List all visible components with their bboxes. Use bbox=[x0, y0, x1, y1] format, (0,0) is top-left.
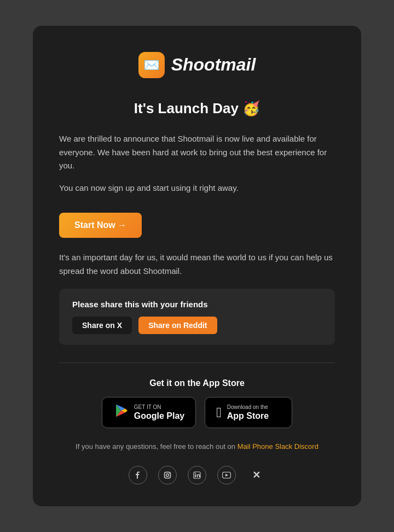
google-play-icon bbox=[113, 403, 129, 422]
svg-point-6 bbox=[195, 473, 196, 474]
youtube-icon[interactable] bbox=[217, 466, 236, 484]
share-x-button[interactable]: Share on X bbox=[72, 317, 132, 334]
google-play-text: GET IT ON Google Play bbox=[134, 404, 184, 421]
logo-icon: ✉️ bbox=[138, 52, 165, 78]
apple-store-sub: Download on the bbox=[227, 404, 268, 411]
share-buttons: Share on X Share on Reddit bbox=[72, 317, 322, 334]
apple-store-text: Download on the App Store bbox=[227, 404, 269, 421]
body-paragraph-3: It's an important day for us, it would m… bbox=[59, 251, 335, 278]
page-title: It's Launch Day 🥳 bbox=[59, 100, 335, 117]
app-store-title: Get it on the App Store bbox=[59, 378, 335, 388]
google-play-button[interactable]: GET IT ON Google Play bbox=[102, 397, 196, 428]
share-box: Please share this with your friends Shar… bbox=[59, 289, 335, 345]
start-now-button[interactable]: Start Now → bbox=[59, 213, 142, 238]
svg-point-2 bbox=[166, 474, 169, 477]
app-store-button[interactable]:  Download on the App Store bbox=[205, 397, 292, 428]
share-box-title: Please share this with your friends bbox=[72, 300, 322, 309]
facebook-icon[interactable] bbox=[129, 466, 147, 484]
apple-icon:  bbox=[216, 404, 222, 421]
google-play-sub: GET IT ON bbox=[134, 404, 161, 411]
app-name: Shootmail bbox=[171, 55, 256, 75]
x-icon[interactable]: ✕ bbox=[247, 466, 265, 484]
apple-store-main: App Store bbox=[227, 411, 269, 421]
app-store-buttons: GET IT ON Google Play  Download on the … bbox=[59, 397, 335, 428]
contact-discord-link[interactable]: Discord bbox=[294, 442, 318, 451]
contact-mail-link[interactable]: Mail bbox=[237, 442, 251, 451]
header: ✉️ Shootmail bbox=[59, 52, 335, 78]
svg-point-3 bbox=[169, 473, 170, 473]
google-play-main: Google Play bbox=[134, 411, 184, 421]
social-icons: ✕ bbox=[59, 466, 335, 484]
body-paragraph-1: We are thrilled to announce that Shootma… bbox=[59, 132, 335, 173]
app-store-section: Get it on the App Store GET IT ON Go bbox=[59, 378, 335, 428]
contact-slack-link[interactable]: Slack bbox=[275, 442, 292, 451]
contact-text: If you have any questions, feel free to … bbox=[59, 441, 335, 453]
logo-envelope-emoji: ✉️ bbox=[143, 57, 160, 73]
svg-rect-5 bbox=[195, 475, 196, 478]
email-card: ✉️ Shootmail It's Launch Day 🥳 We are th… bbox=[33, 26, 361, 506]
share-reddit-button[interactable]: Share on Reddit bbox=[138, 317, 217, 334]
svg-marker-8 bbox=[225, 474, 228, 477]
section-divider bbox=[59, 363, 335, 363]
linkedin-icon[interactable] bbox=[188, 466, 206, 484]
body-paragraph-2: You can now sign up and start using it r… bbox=[59, 182, 335, 195]
contact-phone-link[interactable]: Phone bbox=[252, 442, 273, 451]
instagram-icon[interactable] bbox=[158, 466, 177, 484]
